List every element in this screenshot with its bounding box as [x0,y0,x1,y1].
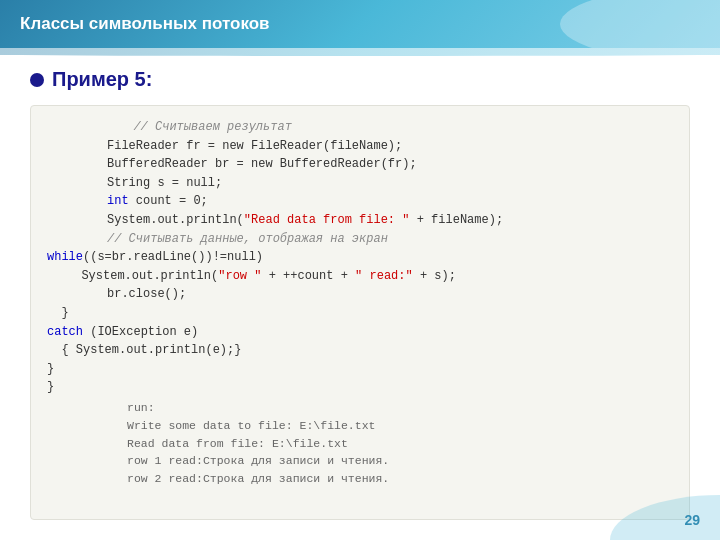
code-block: // Считываем результат FileReader fr = n… [30,105,690,520]
while-line: while((s=br.readLine())!=null) [47,248,673,267]
code-line: } [47,304,673,323]
run-output-line2: Read data from file: E:\file.txt [47,435,673,453]
code-line: int count = 0; [47,192,673,211]
code-line: BufferedReader br = new BufferedReader(f… [47,155,673,174]
section-title: Пример 5: [30,68,690,91]
svg-point-1 [610,495,720,540]
code-line: } [47,360,673,379]
code-line: System.out.println("Read data from file:… [47,211,673,230]
content: Пример 5: // Считываем результат FileRea… [0,48,720,540]
code-line: catch (IOException e) [47,323,673,342]
bottom-decoration [590,485,720,540]
code-line: System.out.println("row " + ++count + " … [47,267,673,286]
run-output-line4: row 2 read:Строка для записи и чтения. [47,470,673,488]
code-line: String s = null; [47,174,673,193]
run-output-line3: row 1 read:Строка для записи и чтения. [47,452,673,470]
header: Классы символьных потоков [0,0,720,48]
code-line: { System.out.println(e);} [47,341,673,360]
code-line: // Считывать данные, отображая на экран [47,230,673,249]
section-title-text: Пример 5: [52,68,152,91]
run-output-line1: Write some data to file: E:\file.txt [47,417,673,435]
bullet-dot [30,73,44,87]
code-line: } [47,378,673,397]
code-line: FileReader fr = new FileReader(fileName)… [47,137,673,156]
slide: Классы символьных потоков Пример 5: // С… [0,0,720,540]
header-title: Классы символьных потоков [20,14,270,34]
code-line: br.close(); [47,285,673,304]
code-line: // Считываем результат [47,118,673,137]
svg-point-0 [560,0,720,48]
run-output-label: run: [47,397,673,417]
